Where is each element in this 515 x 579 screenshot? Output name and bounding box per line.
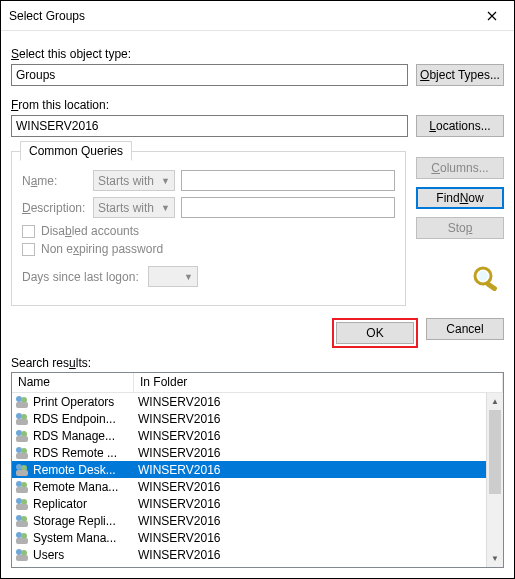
scrollbar[interactable]: ▲ ▼: [486, 393, 503, 567]
row-folder: WINSERV2016: [134, 514, 503, 528]
col-name[interactable]: Name: [12, 373, 134, 392]
stop-button: Stop: [416, 217, 504, 239]
non-expiring-check: Non expiring password: [22, 242, 395, 256]
row-folder: WINSERV2016: [134, 497, 503, 511]
titlebar: Select Groups: [1, 1, 514, 31]
svg-point-15: [16, 464, 22, 470]
object-type-field: Groups: [11, 64, 408, 86]
table-row[interactable]: Remote Mana...WINSERV2016: [12, 478, 503, 495]
table-row[interactable]: Remote Desk...WINSERV2016: [12, 461, 503, 478]
svg-rect-8: [16, 419, 28, 425]
columns-button: Columns...: [416, 157, 504, 179]
row-name: RDS Manage...: [33, 429, 134, 443]
table-row[interactable]: Storage Repli...WINSERV2016: [12, 512, 503, 529]
dialog-content: Select this object type: Groups Object T…: [1, 31, 514, 578]
locations-button[interactable]: Locations...: [416, 115, 504, 137]
row-name: Remote Desk...: [33, 463, 134, 477]
name-label: Name:: [22, 174, 87, 188]
select-groups-dialog: Select Groups Select this object type: G…: [0, 0, 515, 579]
row-name: Users: [33, 548, 134, 562]
svg-point-3: [16, 396, 22, 402]
row-name: System Mana...: [33, 531, 134, 545]
ok-button[interactable]: OK: [336, 322, 414, 344]
row-folder: WINSERV2016: [134, 463, 503, 477]
from-location-label: From this location:: [11, 98, 504, 112]
svg-point-9: [16, 430, 22, 436]
chevron-down-icon: ▼: [161, 176, 170, 186]
cancel-button[interactable]: Cancel: [426, 318, 504, 340]
chevron-down-icon: ▼: [184, 272, 193, 282]
object-types-button[interactable]: Object Types...: [416, 64, 504, 86]
svg-point-18: [16, 481, 22, 487]
table-row[interactable]: System Mana...WINSERV2016: [12, 529, 503, 546]
scroll-thumb[interactable]: [489, 410, 501, 494]
checkbox-icon: [22, 243, 35, 256]
description-input[interactable]: [181, 197, 395, 218]
chevron-down-icon: ▼: [161, 203, 170, 213]
window-title: Select Groups: [9, 9, 469, 23]
row-folder: WINSERV2016: [134, 395, 503, 409]
table-row[interactable]: RDS Remote ...WINSERV2016: [12, 444, 503, 461]
find-now-button[interactable]: Find Now: [416, 187, 504, 209]
row-folder: WINSERV2016: [134, 480, 503, 494]
svg-rect-23: [16, 504, 28, 510]
group-icon: [14, 496, 30, 512]
col-folder[interactable]: In Folder: [134, 373, 503, 392]
column-headers[interactable]: Name In Folder: [12, 373, 503, 393]
close-button[interactable]: [469, 1, 514, 30]
row-name: Print Operators: [33, 395, 134, 409]
table-row[interactable]: ReplicatorWINSERV2016: [12, 495, 503, 512]
name-input[interactable]: [181, 170, 395, 191]
name-mode-text: Starts with: [98, 174, 154, 188]
search-results-label: Search results:: [11, 356, 504, 370]
row-folder: WINSERV2016: [134, 531, 503, 545]
group-icon: [14, 428, 30, 444]
svg-rect-11: [16, 436, 28, 442]
group-icon: [14, 394, 30, 410]
location-field: WINSERV2016: [11, 115, 408, 137]
svg-rect-14: [16, 453, 28, 459]
table-row[interactable]: UsersWINSERV2016: [12, 546, 503, 563]
group-icon: [14, 445, 30, 461]
group-icon: [14, 513, 30, 529]
table-row[interactable]: RDS Endpoin...WINSERV2016: [12, 410, 503, 427]
close-icon: [487, 11, 497, 21]
days-since-label: Days since last logon:: [22, 270, 142, 284]
magnifier-icon: [470, 265, 504, 291]
svg-rect-20: [16, 487, 28, 493]
scroll-track[interactable]: [487, 410, 503, 550]
scroll-down-icon[interactable]: ▼: [487, 550, 503, 567]
ok-highlight: OK: [332, 318, 418, 348]
svg-point-21: [16, 498, 22, 504]
svg-point-30: [16, 549, 22, 555]
svg-point-24: [16, 515, 22, 521]
common-queries-tab[interactable]: Common Queries: [20, 141, 132, 161]
svg-rect-26: [16, 521, 28, 527]
row-name: Replicator: [33, 497, 134, 511]
days-since-combo: ▼: [148, 266, 198, 287]
row-folder: WINSERV2016: [134, 446, 503, 460]
group-icon: [14, 411, 30, 427]
table-row[interactable]: RDS Manage...WINSERV2016: [12, 427, 503, 444]
name-mode-combo: Starts with ▼: [93, 170, 175, 191]
group-icon: [14, 462, 30, 478]
row-name: Remote Mana...: [33, 480, 134, 494]
object-type-label: Select this object type:: [11, 47, 504, 61]
svg-rect-1: [485, 281, 498, 291]
common-queries-group: Common Queries Name: Starts with ▼ Descr…: [11, 151, 406, 306]
svg-point-12: [16, 447, 22, 453]
group-icon: [14, 547, 30, 563]
group-icon: [14, 530, 30, 546]
svg-rect-32: [16, 555, 28, 561]
svg-rect-17: [16, 470, 28, 476]
svg-point-27: [16, 532, 22, 538]
svg-rect-29: [16, 538, 28, 544]
row-name: Storage Repli...: [33, 514, 134, 528]
results-list[interactable]: Name In Folder Print OperatorsWINSERV201…: [11, 372, 504, 568]
results-rows: Print OperatorsWINSERV2016RDS Endpoin...…: [12, 393, 503, 563]
svg-point-2: [478, 271, 488, 281]
table-row[interactable]: Print OperatorsWINSERV2016: [12, 393, 503, 410]
scroll-up-icon[interactable]: ▲: [487, 393, 503, 410]
svg-point-6: [16, 413, 22, 419]
checkbox-icon: [22, 225, 35, 238]
